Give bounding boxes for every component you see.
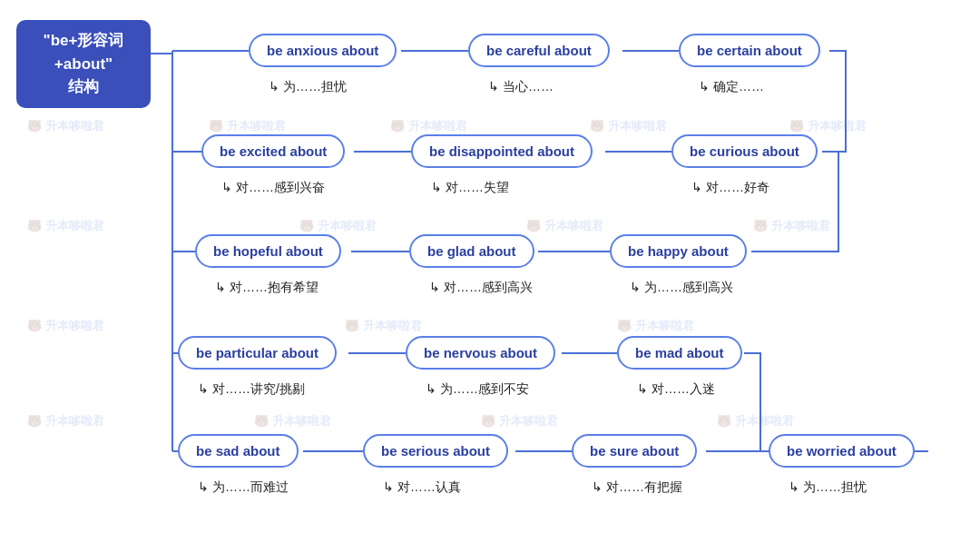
watermark: 🐻 升本哆啦君 [481, 413, 558, 429]
watermark: 🐻 升本哆啦君 [209, 118, 286, 134]
trans-disappointed: ↳ 对……失望 [431, 180, 509, 196]
watermark: 🐻 升本哆啦君 [789, 118, 867, 134]
trans-worried: ↳ 为……担忧 [789, 479, 867, 496]
node-careful: be careful about [468, 34, 610, 67]
node-glad: be glad about [409, 234, 534, 268]
watermark: 🐻 升本哆啦君 [299, 218, 377, 234]
trans-happy: ↳ 为……感到高兴 [630, 280, 733, 296]
trans-glad: ↳ 对……感到高兴 [429, 280, 533, 296]
node-serious: be serious about [363, 434, 508, 468]
node-certain: be certain about [679, 34, 820, 67]
trans-anxious: ↳ 为……担忧 [269, 79, 347, 95]
node-sad: be sad about [178, 434, 299, 468]
node-nervous: be nervous about [406, 336, 555, 370]
title-line1: "be+形容词+about" [44, 32, 124, 73]
node-sure: be sure about [572, 434, 697, 468]
watermark: 🐻 升本哆啦君 [526, 218, 603, 234]
watermark: 🐻 升本哆啦君 [753, 218, 830, 234]
trans-sure: ↳ 对……有把握 [592, 479, 682, 496]
trans-curious: ↳ 对……好奇 [691, 180, 769, 196]
node-disappointed: be disappointed about [411, 134, 593, 168]
watermark: 🐻 升本哆啦君 [27, 413, 104, 429]
node-curious: be curious about [671, 134, 818, 168]
watermark: 🐻 升本哆啦君 [27, 118, 104, 134]
trans-hopeful: ↳ 对……抱有希望 [215, 280, 318, 296]
node-particular: be particular about [178, 336, 337, 370]
watermark: 🐻 升本哆啦君 [27, 318, 104, 334]
trans-particular: ↳ 对……讲究/挑剔 [198, 381, 305, 398]
trans-careful: ↳ 当心…… [488, 79, 554, 95]
trans-serious: ↳ 对……认真 [383, 479, 461, 496]
node-worried: be worried about [769, 434, 915, 468]
node-excited: be excited about [201, 134, 345, 168]
trans-sad: ↳ 为……而难过 [198, 479, 289, 496]
trans-nervous: ↳ 为……感到不安 [426, 381, 529, 398]
node-happy: be happy about [610, 234, 747, 268]
watermark: 🐻 升本哆啦君 [590, 118, 667, 134]
watermark: 🐻 升本哆啦君 [617, 318, 694, 334]
watermark: 🐻 升本哆啦君 [345, 318, 422, 334]
node-anxious: be anxious about [249, 34, 397, 67]
trans-excited: ↳ 对……感到兴奋 [221, 180, 325, 196]
title-line2: 结构 [68, 78, 99, 95]
watermark: 🐻 升本哆啦君 [254, 413, 331, 429]
title-box: "be+形容词+about" 结构 [16, 20, 151, 108]
watermark: 🐻 升本哆啦君 [27, 218, 104, 234]
trans-mad: ↳ 对……入迷 [637, 381, 715, 398]
watermark: 🐻 升本哆啦君 [390, 118, 467, 134]
trans-certain: ↳ 确定…… [699, 79, 764, 95]
watermark: 🐻 升本哆啦君 [717, 413, 794, 429]
node-mad: be mad about [617, 336, 742, 370]
node-hopeful: be hopeful about [195, 234, 341, 268]
